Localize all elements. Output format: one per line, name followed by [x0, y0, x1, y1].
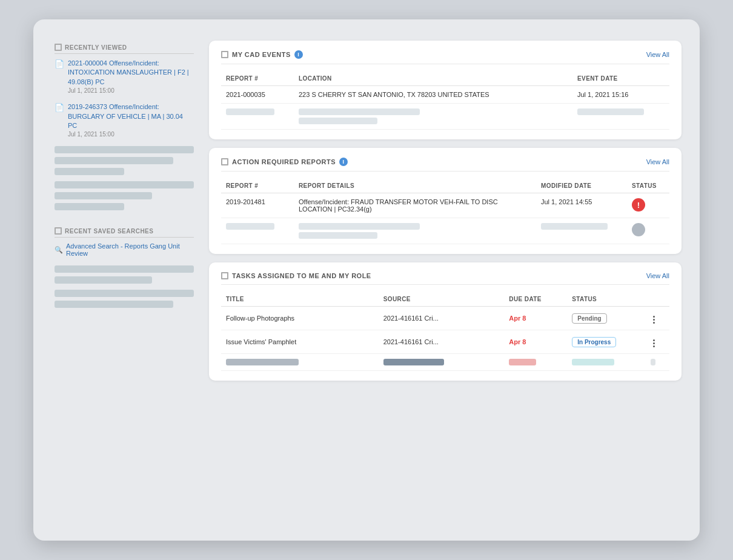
device-frame: RECENTLY VIEWED 📄 2021-000004 Offense/In… [33, 19, 700, 541]
cad-skel-2 [299, 108, 420, 115]
status-error-icon: ! [632, 198, 645, 212]
cad-event-date-1: Jul 1, 2021 15:16 [572, 86, 669, 104]
action-reports-view-all[interactable]: View All [646, 158, 669, 165]
recent-item-2-title[interactable]: 2019-246373 Offense/Incident: BURGLARY O… [68, 102, 194, 130]
tasks-header: TASKS ASSIGNED TO ME AND MY ROLE View Al… [221, 272, 669, 285]
skeleton-8 [55, 276, 152, 284]
table-row: Follow-up Photographs 2021-416161 Cri...… [221, 307, 669, 330]
tasks-table: TITLE SOURCE DUE DATE STATUS Follow-up P… [221, 292, 669, 371]
main-content: MY CAD EVENTS i View All REPORT # LOCATI… [203, 38, 688, 522]
cad-col-eventdate: EVENT DATE [572, 72, 669, 86]
pending-badge: Pending [572, 313, 606, 324]
task-title-2: Issue Victims' Pamphlet [221, 330, 379, 354]
recent-searches-title: RECENT SAVED SEARCHES [55, 227, 194, 238]
table-row [221, 218, 669, 244]
saved-search-1-label[interactable]: Advanced Search - Reports Gang Unit Revi… [66, 242, 194, 257]
skeleton-1 [55, 146, 194, 153]
recent-item-2[interactable]: 📄 2019-246373 Offense/Incident: BURGLARY… [55, 102, 194, 138]
skeleton-4 [55, 181, 194, 188]
recent-searches-section: RECENT SAVED SEARCHES 🔍 Advanced Search … [55, 227, 194, 308]
table-row [221, 354, 669, 371]
task-source-1[interactable]: 2021-416161 Cri... [379, 307, 505, 330]
tasks-col-duedate: DUE DATE [504, 292, 567, 307]
task-skel-title [226, 359, 299, 365]
cad-events-card: MY CAD EVENTS i View All REPORT # LOCATI… [209, 41, 682, 139]
task-source-2[interactable]: 2021-416161 Cri... [379, 330, 505, 354]
ar-col-details: REPORT DETAILS [294, 179, 536, 193]
task-status-1: Pending [567, 307, 646, 330]
cad-location-1: 223 S CHERRY ST SAN ANTONIO, TX 78203 UN… [294, 86, 572, 104]
skeleton-2 [55, 157, 173, 164]
cad-col-report: REPORT # [221, 72, 294, 86]
more-icon-1[interactable] [651, 315, 657, 325]
ar-skel-1 [226, 223, 274, 230]
tasks-col-source: SOURCE [379, 292, 505, 307]
saved-search-1[interactable]: 🔍 Advanced Search - Reports Gang Unit Re… [55, 242, 194, 257]
task-duedate-2: Apr 8 [504, 330, 567, 354]
ar-col-report: REPORT # [221, 179, 294, 193]
cad-skel-4 [577, 108, 644, 115]
task-more-1[interactable] [646, 307, 669, 330]
tasks-col-more [646, 292, 669, 307]
cad-events-title: MY CAD EVENTS i [221, 50, 303, 59]
cad-events-header: MY CAD EVENTS i View All [221, 50, 669, 64]
task-more-2[interactable] [646, 330, 669, 354]
tasks-col-status: STATUS [567, 292, 646, 307]
ar-report-num-1[interactable]: 2019-201481 [221, 193, 294, 218]
ar-modified-1: Jul 1, 2021 14:55 [536, 193, 627, 218]
task-status-2: In Progress [567, 330, 646, 354]
recent-item-1[interactable]: 📄 2021-000004 Offense/Incident: INTOXICA… [55, 59, 194, 94]
cad-events-info-icon[interactable]: i [294, 50, 303, 59]
cad-col-location: LOCATION [294, 72, 572, 86]
action-reports-header: ACTION REQUIRED REPORTS i View All [221, 158, 669, 172]
table-row: 2019-201481 Offense/Incident: FRAUD TRAN… [221, 193, 669, 218]
ar-status-neutral [632, 223, 645, 236]
ar-skel-4 [541, 223, 608, 230]
ar-col-status: STATUS [627, 179, 669, 193]
action-reports-card: ACTION REQUIRED REPORTS i View All REPOR… [209, 148, 682, 254]
document-icon-2: 📄 [55, 103, 64, 112]
skeleton-10 [55, 301, 173, 308]
tasks-col-title: TITLE [221, 292, 379, 307]
recent-item-1-title[interactable]: 2021-000004 Offense/Incident: INTOXICATI… [68, 59, 194, 87]
cad-events-table: REPORT # LOCATION EVENT DATE 2021-000035… [221, 72, 669, 130]
sidebar: RECENTLY VIEWED 📄 2021-000004 Offense/In… [45, 38, 203, 522]
cad-skel-1 [226, 108, 274, 115]
tasks-title: TASKS ASSIGNED TO ME AND MY ROLE [221, 272, 371, 279]
cad-report-num-1[interactable]: 2021-000035 [221, 86, 294, 104]
recent-item-2-date: Jul 1, 2021 15:00 [68, 131, 194, 138]
task-skel-status [572, 359, 614, 365]
task-skel-more [651, 359, 655, 365]
recent-item-1-date: Jul 1, 2021 15:00 [68, 87, 194, 94]
more-icon-2[interactable] [651, 338, 657, 348]
table-row: 2021-000035 223 S CHERRY ST SAN ANTONIO,… [221, 86, 669, 104]
ar-skel-3 [299, 232, 377, 239]
action-reports-info-icon[interactable]: i [339, 158, 348, 166]
ar-status-1: ! [627, 193, 669, 218]
inprogress-badge: In Progress [572, 337, 616, 347]
task-title-1: Follow-up Photographs [221, 307, 379, 330]
search-icon-1: 🔍 [55, 246, 63, 254]
ar-details-1: Offense/Incident: FRAUD TRANSFER MOTOR V… [294, 193, 536, 218]
cad-events-view-all[interactable]: View All [646, 51, 669, 58]
skeleton-5 [55, 192, 152, 199]
table-row: Issue Victims' Pamphlet 2021-416161 Cri.… [221, 330, 669, 354]
task-duedate-1: Apr 8 [504, 307, 567, 330]
skeleton-6 [55, 203, 124, 210]
task-skel-source [383, 359, 444, 365]
recently-viewed-section: RECENTLY VIEWED 📄 2021-000004 Offense/In… [55, 44, 194, 210]
document-icon-1: 📄 [55, 59, 64, 68]
cad-skel-3 [299, 118, 377, 124]
skeleton-9 [55, 290, 194, 297]
tasks-card: TASKS ASSIGNED TO ME AND MY ROLE View Al… [209, 262, 682, 381]
ar-col-modified: MODIFIED DATE [536, 179, 627, 193]
skeleton-3 [55, 168, 124, 175]
task-skel-date [509, 359, 536, 365]
action-reports-table: REPORT # REPORT DETAILS MODIFIED DATE ST… [221, 179, 669, 244]
skeleton-7 [55, 265, 194, 273]
table-row [221, 104, 669, 130]
ar-skel-2 [299, 223, 420, 230]
recently-viewed-title: RECENTLY VIEWED [55, 44, 194, 54]
tasks-view-all[interactable]: View All [646, 272, 669, 279]
action-reports-title: ACTION REQUIRED REPORTS i [221, 158, 348, 166]
